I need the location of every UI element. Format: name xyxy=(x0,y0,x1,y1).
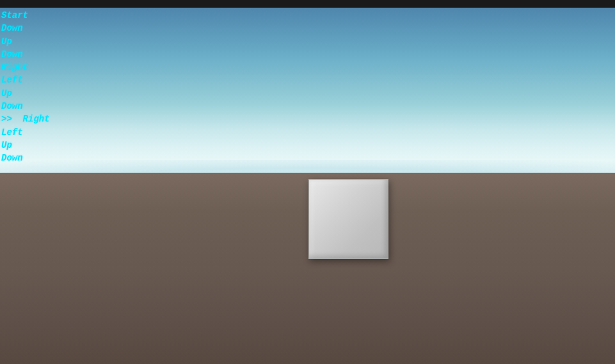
cmd-down1: Down xyxy=(1,22,50,35)
command-list: StartDownUpDownRightLeftUpDown>> RightLe… xyxy=(1,9,50,165)
sky-background xyxy=(0,0,615,186)
cmd-start: Start xyxy=(1,9,50,22)
cmd-left2: Left xyxy=(1,126,50,139)
cmd-left1: Left xyxy=(1,74,50,86)
ground-surface xyxy=(0,173,615,364)
cmd-down3: Down xyxy=(1,100,50,113)
cmd-up2: Up xyxy=(1,87,50,100)
cube-object xyxy=(308,179,388,259)
cmd-down2: Down xyxy=(1,48,50,61)
cmd-right2: >> Right xyxy=(1,113,50,125)
top-bar xyxy=(0,0,615,8)
cmd-right1: Right xyxy=(1,61,50,74)
cmd-up3: Up xyxy=(1,139,50,152)
cmd-down4: Down xyxy=(1,152,50,164)
cmd-up1: Up xyxy=(1,35,50,48)
